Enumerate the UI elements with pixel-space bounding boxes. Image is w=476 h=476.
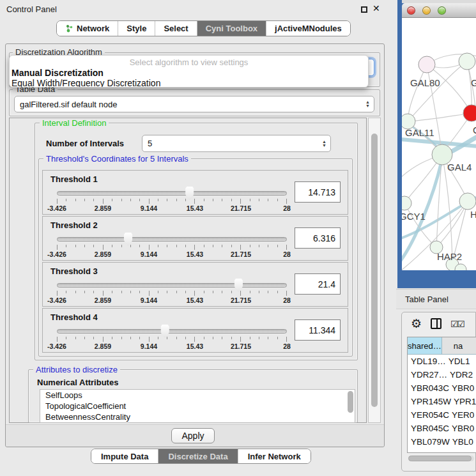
gear-icon[interactable]: ⚙: [411, 318, 422, 330]
columns-icon[interactable]: [431, 318, 441, 329]
threshold-panel: Threshold 1-3.4262.8599.14415.4321.71528…: [42, 170, 348, 215]
table-row[interactable]: YDR27…YDR2: [408, 368, 476, 381]
node-attribute-table[interactable]: shared…na YDL19…YDL1YDR27…YDR2YBR043CYBR…: [407, 337, 476, 453]
scrollbar-thumb[interactable]: [371, 134, 378, 407]
number-of-intervals-value: 5: [148, 139, 152, 148]
number-of-intervals-label: Number of Intervals: [46, 139, 124, 148]
network-canvas[interactable]: GAL80GAGAL11CGAL4GCY1HHAP2: [402, 18, 476, 270]
dropdown-option[interactable]: Equal Width/Frequency Discretization: [10, 77, 368, 88]
table-cell: YBR0: [449, 424, 476, 433]
tick-label: -3.426: [47, 204, 66, 212]
column-header[interactable]: na: [442, 337, 476, 354]
minimize-traffic-light-icon[interactable]: [422, 6, 431, 15]
threshold-value-field[interactable]: 21.4: [295, 273, 341, 295]
tick-label: 28: [283, 296, 291, 304]
slider-tick-labels: -3.4262.8599.14415.4321.71528: [57, 342, 287, 350]
attributes-list[interactable]: SelfLoopsTopologicalCoefficientBetweenne…: [40, 389, 355, 423]
close-icon[interactable]: ✕: [372, 3, 380, 13]
attribute-list-item[interactable]: BetweennessCentrality: [40, 411, 355, 422]
tick-label: 2.859: [95, 296, 111, 304]
network-node-label: GCY1: [402, 211, 426, 222]
number-of-intervals-combobox[interactable]: 5 ▲▼: [142, 135, 331, 152]
table-cell: YDL1: [446, 357, 476, 366]
table-row[interactable]: YLR345WYLR3: [408, 449, 476, 453]
tab-infer-network[interactable]: Infer Network: [238, 449, 311, 463]
tab-label: Impute Data: [101, 452, 148, 461]
tab-cyni-toolbox[interactable]: Cyni Toolbox: [197, 21, 266, 36]
threshold-slider[interactable]: -3.4262.8599.14415.4321.71528: [57, 237, 287, 259]
dropdown-option[interactable]: Manual Discretization: [10, 67, 368, 77]
tick-label: 21.715: [231, 296, 251, 304]
tab-impute-data[interactable]: Impute Data: [91, 449, 158, 463]
network-node[interactable]: [459, 193, 476, 210]
attribute-list-item[interactable]: TopologicalCoefficient: [40, 401, 355, 411]
table-data-combobox[interactable]: galFiltered.sif default node ▲▼: [14, 96, 374, 112]
list-scrollbar-thumb[interactable]: [348, 391, 353, 413]
table-row[interactable]: YPR145WYPR1: [408, 395, 476, 408]
float-icon[interactable]: [361, 6, 367, 13]
interval-definition-title: Interval Definition: [40, 118, 109, 128]
slider-ticks: [57, 291, 287, 296]
slider-handle-icon[interactable]: [185, 187, 194, 200]
tab-network[interactable]: Network: [57, 21, 118, 36]
bottom-tab-bar: Impute DataDiscretize DataInfer Network: [91, 449, 311, 464]
table-row[interactable]: YBR043CYBR0: [408, 381, 476, 395]
column-header[interactable]: shared…: [408, 337, 442, 354]
network-window-titlebar[interactable]: [402, 3, 476, 18]
table-row[interactable]: YER054CYER0: [408, 408, 476, 422]
network-node-label: GA: [471, 77, 476, 88]
tab-label: Network: [77, 24, 109, 33]
threshold-value-field[interactable]: 14.713: [295, 181, 341, 203]
slider-tick-labels: -3.4262.8599.14415.4321.71528: [57, 296, 287, 304]
slider-handle-icon[interactable]: [234, 279, 243, 292]
top-tab-bar: NetworkStyleSelectCyni ToolboxjActiveMNo…: [56, 20, 351, 36]
tab-style[interactable]: Style: [118, 21, 155, 36]
slider-track[interactable]: [57, 283, 287, 288]
table-row[interactable]: YBL079WYBL0: [408, 435, 476, 449]
horizontal-scrollbar[interactable]: [408, 456, 474, 461]
slider-track[interactable]: [57, 191, 287, 196]
network-node[interactable]: [459, 53, 475, 70]
threshold-label: Threshold 1: [50, 174, 98, 184]
slider-handle-icon[interactable]: [160, 325, 170, 338]
slider-handle-icon[interactable]: [123, 233, 133, 246]
network-window: GAL80GAGAL11CGAL4GCY1HHAP2: [402, 3, 476, 271]
tab-label: Select: [164, 24, 188, 33]
close-traffic-light-icon[interactable]: [407, 6, 415, 15]
slider-track[interactable]: [57, 329, 287, 334]
tick-label: 21.715: [231, 204, 251, 212]
threshold-panel: Threshold 3-3.4262.8599.14415.4321.71528…: [42, 262, 348, 307]
network-node[interactable]: [402, 196, 411, 210]
slider-track[interactable]: [57, 237, 287, 242]
threshold-slider[interactable]: -3.4262.8599.14415.4321.71528: [57, 283, 287, 305]
threshold-value-field[interactable]: 11.344: [295, 319, 341, 341]
scrollbar-thumb[interactable]: [408, 456, 472, 461]
tick-label: 2.859: [95, 250, 111, 258]
checkbox-select-icons[interactable]: ☑☑: [450, 319, 464, 329]
table-cell: YPR1: [451, 397, 476, 406]
tick-label: 28: [283, 342, 291, 350]
zoom-traffic-light-icon[interactable]: [438, 6, 446, 15]
tick-label: 9.144: [141, 250, 157, 258]
tab-discretize-data[interactable]: Discretize Data: [158, 449, 238, 463]
algorithm-dropdown-popup: Select algorithm to view settings Manual…: [9, 55, 369, 88]
attribute-list-item[interactable]: SelfLoops: [40, 390, 355, 401]
network-node[interactable]: [463, 105, 476, 121]
tick-label: 28: [283, 250, 291, 258]
threshold-value-field[interactable]: 6.316: [295, 227, 341, 249]
table-row[interactable]: YBR045CYBR0: [408, 422, 476, 435]
vertical-scrollbar[interactable]: [368, 118, 381, 423]
network-node[interactable]: [418, 56, 435, 73]
network-edge: [408, 65, 427, 121]
threshold-slider[interactable]: -3.4262.8599.14415.4321.71528: [57, 329, 287, 351]
tab-jactivemnodules[interactable]: jActiveMNodules: [266, 21, 350, 36]
network-node-label: H: [470, 209, 476, 220]
table-cell: YBR043C: [408, 383, 449, 393]
apply-button[interactable]: Apply: [171, 428, 215, 443]
tab-select[interactable]: Select: [155, 21, 197, 36]
tick-label: 21.715: [231, 250, 251, 258]
table-cell: YDL19…: [408, 357, 446, 366]
threshold-slider[interactable]: -3.4262.8599.14415.4321.71528: [57, 191, 287, 213]
table-row[interactable]: YDL19…YDL1: [408, 355, 476, 368]
tab-label: Style: [127, 24, 146, 33]
